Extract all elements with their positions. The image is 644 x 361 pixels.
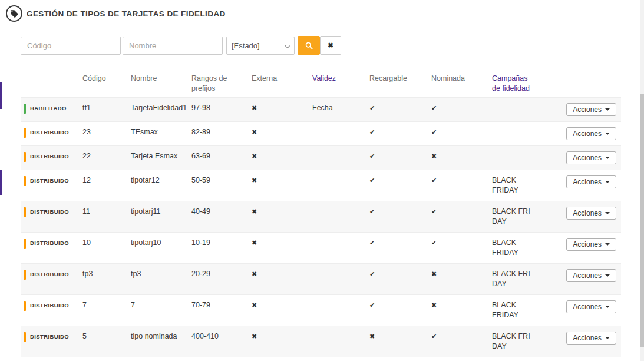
status-label: DISTRIBUIDO xyxy=(30,175,69,186)
vertical-scrollbar-thumb[interactable] xyxy=(640,94,644,347)
nominada-mark: ✔ xyxy=(431,127,492,137)
recargable-mark: ✖ xyxy=(369,332,431,342)
header-nombre: Nombre xyxy=(131,74,191,84)
acciones-cell: Acciones xyxy=(569,175,621,188)
status-bar xyxy=(24,239,26,249)
codigo-cell: 5 xyxy=(82,332,131,342)
acciones-cell: Acciones xyxy=(569,151,621,164)
nombre-cell: TarjetaFidelidad1 xyxy=(131,103,191,113)
status-bar xyxy=(24,104,26,114)
header-rangos: Rangos de prefijos xyxy=(191,74,252,94)
rangos-cell: 20-29 xyxy=(191,269,252,279)
codigo-cell: 7 xyxy=(82,300,131,310)
status-cell: DISTRIBUIDO xyxy=(21,175,82,186)
rangos-cell: 82-89 xyxy=(191,127,252,137)
status-cell: DISTRIBUIDO xyxy=(21,269,82,280)
nominada-mark: ✔ xyxy=(431,175,492,186)
nombre-filter-input[interactable] xyxy=(123,37,223,55)
rangos-cell: 50-59 xyxy=(191,175,252,186)
header-codigo: Código xyxy=(82,74,131,84)
externa-mark: ✖ xyxy=(252,151,312,161)
acciones-button[interactable]: Acciones xyxy=(566,127,616,140)
tag-icon xyxy=(6,5,22,22)
rangos-cell: 63-69 xyxy=(191,151,252,161)
clear-filters-button[interactable]: ✖ xyxy=(320,36,341,55)
acciones-button[interactable]: Acciones xyxy=(566,103,616,116)
acciones-button[interactable]: Acciones xyxy=(566,207,616,220)
codigo-cell: tp3 xyxy=(82,269,131,279)
table-row: DISTRIBUIDO 23 TEsmax 82-89 ✖ ✔ ✔ Accion… xyxy=(21,121,621,145)
header-recargable: Recargable xyxy=(369,74,431,84)
table-row: DISTRIBUIDO 7 7 70-79 ✖ ✔ ✖ BLACK FRIDAY… xyxy=(21,294,621,326)
rangos-cell: 40-49 xyxy=(191,207,252,217)
acciones-button[interactable]: Acciones xyxy=(566,332,616,345)
acciones-button[interactable]: Acciones xyxy=(566,175,616,188)
acciones-cell: Acciones xyxy=(569,238,621,251)
nombre-cell: 7 xyxy=(131,300,191,310)
campana-cell: BLACK FRIDAY xyxy=(492,175,569,196)
page-title: GESTIÓN DE TIPOS DE TARJETAS DE FIDELIDA… xyxy=(27,9,226,18)
status-cell: DISTRIBUIDO xyxy=(21,332,82,342)
campana-cell: BLACK FRIDAY xyxy=(492,300,569,320)
rangos-cell: 400-410 xyxy=(191,332,252,342)
table-row: DISTRIBUIDO 22 Tarjeta Esmax 63-69 ✖ ✔ ✖… xyxy=(21,145,621,170)
caret-down-icon xyxy=(605,108,610,111)
status-label: DISTRIBUIDO xyxy=(30,238,69,249)
status-label: DISTRIBUIDO xyxy=(30,207,69,217)
nombre-cell: TEsmax xyxy=(131,127,191,137)
recargable-mark: ✔ xyxy=(369,207,431,217)
externa-mark: ✖ xyxy=(252,207,312,217)
externa-mark: ✖ xyxy=(252,103,312,113)
acciones-button[interactable]: Acciones xyxy=(566,269,616,282)
acciones-cell: Acciones xyxy=(569,300,621,313)
search-icon xyxy=(305,41,313,50)
acciones-cell: Acciones xyxy=(569,103,621,116)
status-bar xyxy=(24,301,26,311)
nominada-mark: ✔ xyxy=(431,207,492,217)
campana-cell xyxy=(492,127,569,137)
caret-down-icon xyxy=(605,133,610,135)
recargable-mark: ✔ xyxy=(369,175,431,186)
codigo-cell: 22 xyxy=(82,151,131,161)
acciones-cell: Acciones xyxy=(569,269,621,282)
search-button[interactable] xyxy=(298,36,320,55)
externa-mark: ✖ xyxy=(252,238,312,248)
campana-cell: BLACK FRIDAY xyxy=(492,238,569,258)
status-label: DISTRIBUIDO xyxy=(30,151,69,162)
table-row: DISTRIBUIDO 12 tipotar12 50-59 ✖ ✔ ✔ BLA… xyxy=(21,170,621,201)
estado-select[interactable]: [Estado] xyxy=(226,37,295,55)
externa-mark: ✖ xyxy=(252,332,312,342)
header-nominada: Nominada xyxy=(431,74,492,84)
header-campanas-link[interactable]: Campañas de fidelidad xyxy=(492,74,569,94)
acciones-button[interactable]: Acciones xyxy=(566,238,616,251)
status-label: DISTRIBUIDO xyxy=(30,332,69,342)
nombre-cell: tipotarj11 xyxy=(131,207,191,217)
status-cell: DISTRIBUIDO xyxy=(21,127,82,138)
status-cell: DISTRIBUIDO xyxy=(21,207,82,217)
rangos-cell: 97-98 xyxy=(191,103,252,113)
nombre-cell: tipo nominada xyxy=(131,332,191,342)
acciones-cell: Acciones xyxy=(569,127,621,140)
validez-cell: Fecha xyxy=(312,103,369,113)
caret-down-icon xyxy=(605,337,610,339)
campana-cell: BLACK FRI DAY xyxy=(492,207,569,227)
clear-icon: ✖ xyxy=(328,41,333,49)
acciones-button[interactable]: Acciones xyxy=(566,151,616,164)
status-bar xyxy=(24,128,26,138)
nominada-mark: ✖ xyxy=(431,151,492,161)
rangos-cell: 10-19 xyxy=(191,238,252,248)
status-label: DISTRIBUIDO xyxy=(30,300,69,311)
left-edge-mark xyxy=(0,82,2,109)
table-row: DISTRIBUIDO 11 tipotarj11 40-49 ✖ ✔ ✔ BL… xyxy=(21,201,621,232)
header-validez-link[interactable]: Validez xyxy=(312,74,369,84)
status-label: HABILITADO xyxy=(30,103,67,114)
externa-mark: ✖ xyxy=(252,127,312,137)
acciones-button[interactable]: Acciones xyxy=(566,300,616,313)
table-row: DISTRIBUIDO 5 tipo nominada 400-410 ✖ ✖ … xyxy=(21,326,621,357)
status-label: DISTRIBUIDO xyxy=(30,127,69,138)
acciones-cell: Acciones xyxy=(569,207,621,220)
codigo-filter-input[interactable] xyxy=(21,37,121,55)
codigo-cell: 23 xyxy=(82,127,131,137)
nominada-mark: ✔ xyxy=(431,332,492,342)
vertical-scrollbar-track[interactable] xyxy=(640,0,644,361)
